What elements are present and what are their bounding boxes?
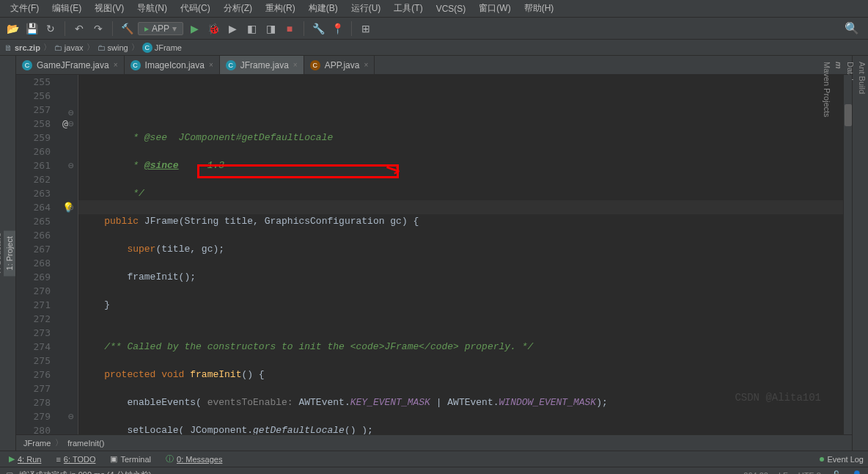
- editor-gutter: @ 💡 ⊖ ⊖ ⊖ ⊖ ⊖: [56, 75, 78, 434]
- separator: [351, 21, 352, 36]
- separator: [304, 21, 304, 36]
- status-bar: ▢ 编译成功完成 in 990 ms (4 分钟之前) 264:20 LF UT…: [0, 467, 868, 474]
- menu-help[interactable]: 帮助(H): [518, 1, 560, 16]
- fold-icon[interactable]: ⊖: [68, 158, 74, 172]
- scroll-thumb[interactable]: [845, 104, 852, 126]
- coverage-icon[interactable]: ▶: [224, 21, 240, 37]
- watermark: CSDN @Alita101: [735, 391, 821, 405]
- line-separator[interactable]: LF: [779, 471, 788, 475]
- bottom-tool-bar: ▶4: Run ≡6: TODO ▣Terminal ⓘ0: Messages …: [0, 451, 868, 467]
- fold-icon[interactable]: ⊖: [68, 409, 74, 423]
- toolbar: 📂 💾 ↻ ↶ ↷ 🔨 ▸ APP ▾ ▶ 🐞 ▶ ◧ ◨ ■ 🔧 📍 ⊞ 🔍: [0, 18, 868, 40]
- class-icon: C: [310, 60, 320, 70]
- menu-navigate[interactable]: 导航(N): [131, 1, 173, 16]
- profile-icon[interactable]: ◧: [243, 21, 260, 37]
- menu-refactor[interactable]: 重构(R): [260, 1, 301, 16]
- menu-code[interactable]: 代码(C): [174, 1, 216, 16]
- tab-imageicon[interactable]: CImageIcon.java×: [125, 56, 220, 74]
- menu-vcs[interactable]: VCS(S): [430, 2, 472, 15]
- code-content[interactable]: ↘ * @see JComponent#getDefaultLocale * @…: [78, 75, 843, 434]
- attach-icon[interactable]: ◨: [262, 21, 279, 37]
- menu-edit[interactable]: 编辑(E): [46, 1, 87, 16]
- structure-icon[interactable]: ⊞: [358, 21, 374, 37]
- encoding[interactable]: UTF-8: [798, 471, 821, 475]
- status-box-icon[interactable]: ▢: [6, 470, 13, 474]
- breadcrumb-item[interactable]: 🗎src.zip: [4, 43, 40, 52]
- fold-icon[interactable]: ⊖: [68, 117, 74, 131]
- right-tool-strip: Ant Build Database m Maven Projects: [852, 56, 868, 451]
- override-icon[interactable]: @: [62, 117, 68, 131]
- tab-gamejframe[interactable]: CGameJFrame.java×: [16, 56, 125, 74]
- menu-view[interactable]: 视图(V): [89, 1, 130, 16]
- crumb-method[interactable]: frameInit(): [67, 439, 104, 448]
- event-log[interactable]: Event Log: [820, 455, 864, 464]
- close-icon[interactable]: ×: [209, 61, 213, 69]
- debug-icon[interactable]: 🐞: [205, 21, 221, 37]
- menu-window[interactable]: 窗口(W): [473, 1, 516, 16]
- tab-todo[interactable]: ≡6: TODO: [51, 455, 100, 464]
- search-icon[interactable]: 🔍: [845, 21, 859, 35]
- editor-tabs: CGameJFrame.java× CImageIcon.java× CJFra…: [16, 56, 852, 75]
- class-icon: C: [142, 43, 152, 53]
- editor-area: CGameJFrame.java× CImageIcon.java× CJFra…: [16, 56, 852, 451]
- tab-run[interactable]: ▶4: Run: [4, 454, 45, 464]
- undo-icon[interactable]: ↶: [71, 21, 87, 37]
- redo-icon[interactable]: ↷: [90, 21, 106, 37]
- class-icon: C: [22, 60, 32, 70]
- status-message: 编译成功完成 in 990 ms (4 分钟之前): [19, 470, 151, 474]
- close-icon[interactable]: ×: [114, 61, 118, 69]
- tool2-icon[interactable]: 📍: [329, 21, 345, 37]
- tab-app[interactable]: CAPP.java×: [304, 56, 375, 74]
- breadcrumb-item[interactable]: 🗀swing: [98, 43, 128, 52]
- sidebar-tab-ant[interactable]: Ant Build: [856, 56, 868, 451]
- breadcrumb-item[interactable]: CJFrame: [142, 43, 182, 53]
- main-area: 1: Project 7: Structure 2: Favorites CGa…: [0, 56, 868, 451]
- menu-tools[interactable]: 工具(T): [388, 1, 428, 16]
- menu-file[interactable]: 文件(F): [4, 1, 45, 16]
- close-icon[interactable]: ×: [364, 61, 368, 69]
- run-config-label: APP: [152, 23, 169, 34]
- close-icon[interactable]: ×: [293, 61, 298, 69]
- left-tool-strip: 1: Project 7: Structure 2: Favorites: [0, 56, 16, 451]
- separator: [112, 21, 113, 36]
- folder-icon: 🗀: [98, 43, 106, 52]
- breadcrumb-bottom: JFrame 〉 frameInit(): [16, 434, 852, 451]
- cursor-position: 264:20: [743, 471, 768, 475]
- crumb-class[interactable]: JFrame: [23, 439, 51, 448]
- fold-icon[interactable]: ⊖: [68, 200, 74, 214]
- save-icon[interactable]: 💾: [23, 21, 40, 37]
- tool1-icon[interactable]: 🔧: [310, 21, 326, 37]
- lock-icon[interactable]: 🔓: [831, 470, 842, 474]
- open-icon[interactable]: 📂: [4, 21, 21, 37]
- hammer-icon[interactable]: 🔨: [119, 21, 135, 37]
- breadcrumb-bar: 🗎src.zip 〉 🗀javax 〉 🗀swing 〉 CJFrame: [0, 40, 868, 56]
- tab-jframe[interactable]: CJFrame.java×: [220, 56, 304, 74]
- menu-build[interactable]: 构建(B): [303, 1, 344, 16]
- breadcrumb-item[interactable]: 🗀javax: [54, 43, 84, 52]
- inspector-icon[interactable]: 👤: [852, 470, 862, 474]
- menu-analyze[interactable]: 分析(Z): [218, 1, 258, 16]
- tab-messages[interactable]: ⓘ0: Messages: [161, 453, 227, 464]
- menu-bar: 文件(F) 编辑(E) 视图(V) 导航(N) 代码(C) 分析(Z) 重构(R…: [0, 0, 868, 18]
- tab-terminal[interactable]: ▣Terminal: [106, 454, 155, 464]
- scrollbar-vertical[interactable]: [843, 75, 852, 434]
- line-numbers: 255 256 257 258 259 260 261 262 263 264 …: [16, 75, 56, 434]
- run-config-dropdown[interactable]: ▸ APP ▾: [138, 22, 183, 35]
- class-icon: C: [130, 60, 141, 70]
- sidebar-tab-structure[interactable]: 7: Structure: [0, 227, 4, 280]
- folder-icon: 🗀: [54, 43, 62, 52]
- run-icon[interactable]: ▶: [186, 21, 202, 37]
- stop-icon[interactable]: ■: [282, 21, 298, 37]
- class-icon: C: [226, 60, 236, 70]
- separator: [65, 21, 65, 36]
- sidebar-tab-project[interactable]: 1: Project: [4, 230, 15, 276]
- menu-run[interactable]: 运行(U): [345, 1, 387, 16]
- refresh-icon[interactable]: ↻: [43, 21, 59, 37]
- code-editor[interactable]: 255 256 257 258 259 260 261 262 263 264 …: [16, 75, 852, 434]
- zip-icon: 🗎: [4, 43, 12, 52]
- status-dot-icon: [820, 457, 824, 462]
